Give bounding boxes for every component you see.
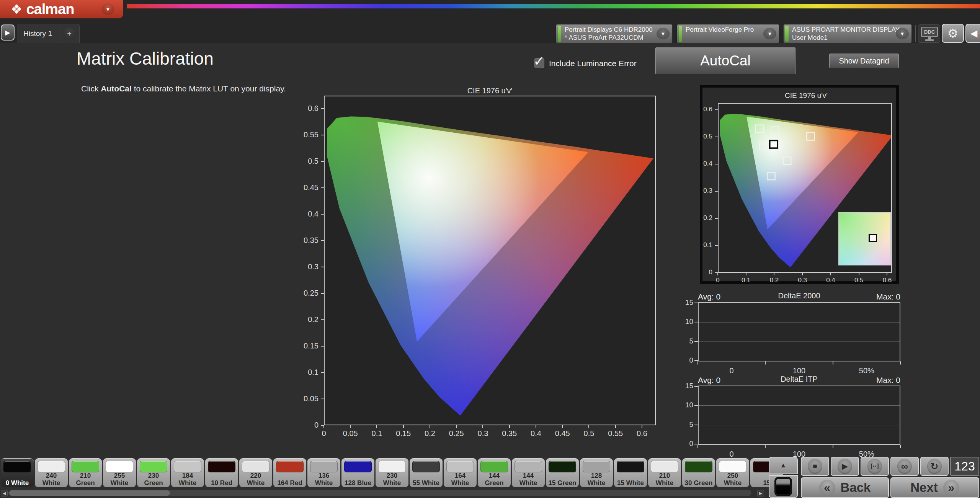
- play-icon: ▶: [842, 462, 848, 471]
- cie-chart-small-frame: CIE 1976 u'v' 00.10.20.30.40.50.600.10.2…: [700, 85, 899, 284]
- max-readout: Max: 0: [876, 292, 900, 301]
- chevron-down-icon: ▼: [657, 28, 670, 39]
- swatch-label: 0 White: [1, 479, 34, 487]
- swatch-scrollbar-thumb[interactable]: [9, 490, 170, 496]
- swatch-label: 30 Green: [682, 479, 715, 487]
- pattern-swatch-184-white[interactable]: 184White: [171, 458, 204, 487]
- pattern-swatch-230-white[interactable]: 230White: [376, 458, 408, 487]
- color-chip: [651, 461, 678, 472]
- play-button[interactable]: ▶: [831, 457, 859, 476]
- play-icon: ▶: [5, 29, 10, 37]
- continuous-measure-button[interactable]: ∞: [890, 457, 919, 476]
- pattern-swatch-136-white[interactable]: 136White: [307, 458, 340, 487]
- checkmark-icon: ✓: [533, 53, 545, 69]
- meter-dropdown-0[interactable]: Portrait Displays C6 HDR2000* ASUS ProAr…: [556, 24, 673, 43]
- add-tab-button[interactable]: +: [63, 28, 76, 40]
- calman-logo-button[interactable]: ❖ calman ▼: [0, 0, 123, 18]
- connection-status-bar: [558, 26, 561, 42]
- pattern-swatch-164-red[interactable]: 164 Red: [273, 458, 306, 487]
- pattern-swatch-30-green[interactable]: 30 Green: [682, 458, 715, 487]
- pattern-swatch-220-white[interactable]: 220White: [239, 458, 272, 487]
- tab-history-1[interactable]: History 1 +: [17, 24, 80, 43]
- monitor-icon: DDC: [921, 27, 938, 37]
- meter-dropdown-text: Portrait Displays C6 HDR2000* ASUS ProAr…: [565, 26, 655, 42]
- color-chip: [412, 461, 440, 472]
- pattern-swatch-210-green[interactable]: 210Green: [69, 458, 102, 487]
- pattern-swatch-144-white[interactable]: 144White: [512, 458, 545, 487]
- toolbar-divider: [915, 25, 916, 42]
- color-chip: [72, 461, 99, 472]
- refresh-button[interactable]: ↻: [920, 457, 949, 476]
- logo-menu-arrow-icon[interactable]: ▼: [102, 3, 114, 15]
- chevron-left-icon: ◀: [3, 491, 6, 495]
- collapse-panel-button[interactable]: ◀: [965, 24, 980, 43]
- settings-gear-button[interactable]: ⚙: [942, 24, 964, 43]
- pattern-bottom-bar: 0 White240White210Green255White230Green1…: [0, 457, 980, 498]
- chevron-down-icon: ▼: [763, 28, 776, 39]
- pattern-swatch-15-green[interactable]: 15 Green: [546, 458, 579, 487]
- meter-dropdown-1[interactable]: Portrait VideoForge Pro▼: [677, 24, 779, 43]
- swatch-label: 136White: [307, 472, 340, 487]
- next-button[interactable]: Next »: [890, 477, 979, 498]
- pattern-window-button[interactable]: [769, 475, 798, 498]
- pattern-swatch-144-green[interactable]: 144Green: [478, 458, 511, 487]
- refresh-icon: ↻: [931, 461, 939, 472]
- pattern-swatch-128-blue[interactable]: 128 Blue: [341, 458, 374, 487]
- swatch-label: 164 Red: [273, 479, 306, 487]
- pattern-swatch-230-green[interactable]: 230Green: [137, 458, 170, 487]
- chevrons-right-icon: »: [943, 480, 959, 496]
- cie-main-plot: [324, 96, 656, 425]
- pattern-swatch-255-white[interactable]: 255White: [103, 458, 136, 487]
- color-chip: [276, 461, 304, 472]
- meter-dropdown-2[interactable]: ASUS PROART MONITOR DISPLAYUser Mode1▼: [783, 24, 912, 43]
- swatch-label: 240White: [35, 472, 68, 487]
- color-chip: [38, 461, 65, 472]
- swatch-label: 15 Green: [546, 479, 579, 487]
- pattern-swatch-164-white[interactable]: 164White: [444, 458, 477, 487]
- autocal-button[interactable]: AutoCal: [655, 47, 795, 74]
- tab-divider: [59, 26, 59, 43]
- deltae-plot: [698, 302, 900, 361]
- single-measure-button[interactable]: [··]: [861, 457, 889, 476]
- pattern-swatch-250-white[interactable]: 250White: [716, 458, 749, 487]
- include-luminance-error-checkbox[interactable]: ✓: [534, 58, 544, 68]
- back-label: Back: [841, 480, 871, 495]
- collapse-up-button[interactable]: ▲: [769, 457, 798, 474]
- swatch-label: 184White: [171, 472, 204, 487]
- swatch-label: 220White: [239, 472, 272, 487]
- calman-app: ❖ calman ▼ ▶ History 1 + Portrait Displa…: [0, 0, 980, 498]
- meter-dropdown-text: Portrait VideoForge Pro: [686, 26, 762, 34]
- pattern-swatch-128-white[interactable]: 128White: [580, 458, 613, 487]
- chart-title: CIE 1976 u'v': [324, 86, 656, 95]
- tab-scroll-button[interactable]: ▶: [1, 24, 15, 41]
- color-chip: [208, 461, 235, 472]
- stop-icon: ■: [813, 462, 817, 470]
- calman-diamond-icon: ❖: [11, 2, 22, 17]
- show-datagrid-button[interactable]: Show Datagrid: [829, 54, 899, 68]
- page-title: Matrix Calibration: [77, 48, 214, 69]
- pattern-window-icon: [774, 477, 792, 496]
- deltae-2000-chart: Avg: 0DeltaE 2000Max: 0051015010050%: [687, 291, 903, 373]
- color-chip: [310, 461, 338, 472]
- swatch-label: 230White: [376, 472, 408, 487]
- ddc-display-control-button[interactable]: DDC: [918, 24, 940, 43]
- pattern-swatch-55-white[interactable]: 55 White: [410, 458, 443, 487]
- color-chip: [378, 461, 406, 472]
- pattern-swatch-0-white[interactable]: 0 White: [1, 458, 34, 487]
- single-measure-icon: [··]: [871, 463, 879, 470]
- pattern-swatch-15-white[interactable]: 15 White: [614, 458, 647, 487]
- pattern-swatch-210-white[interactable]: 210White: [648, 458, 681, 487]
- pattern-swatch-10-red[interactable]: 10 Red: [205, 458, 238, 487]
- swatch-scrollbar[interactable]: [8, 490, 751, 496]
- scroll-right-button[interactable]: ▶: [757, 490, 764, 496]
- stop-button[interactable]: ■: [801, 457, 829, 476]
- scroll-left-button[interactable]: ◀: [1, 490, 8, 496]
- back-button[interactable]: « Back: [801, 477, 889, 498]
- color-chip: [719, 461, 746, 472]
- gear-icon: ⚙: [947, 26, 959, 41]
- color-chip: [685, 461, 712, 472]
- color-chip: [446, 461, 474, 472]
- instruction-text: Click AutoCal to calibrate the Matrix LU…: [81, 84, 286, 93]
- color-chip: [140, 461, 167, 472]
- pattern-swatch-240-white[interactable]: 240White: [35, 458, 68, 487]
